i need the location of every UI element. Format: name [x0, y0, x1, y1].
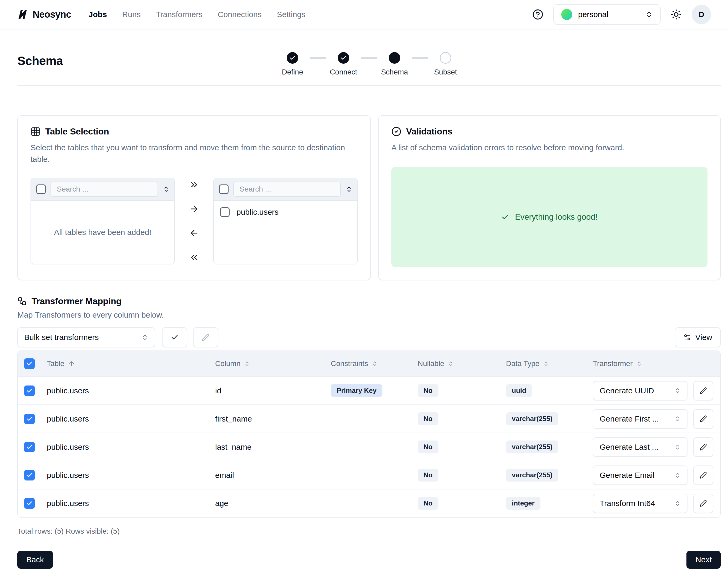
table-row: public.users id Primary Key No uuid Gene… [18, 376, 720, 405]
card-title: Table Selection [45, 126, 109, 137]
step-connector [412, 58, 428, 59]
table-row: public.users last_name No varchar(255) G… [18, 433, 720, 461]
table-row: public.users age No integer Transform In… [18, 489, 720, 517]
edit-transformer-button[interactable] [693, 409, 713, 429]
destination-tables-panel: public.users [213, 178, 358, 264]
cell-table-name: public.users [47, 415, 215, 423]
chevrons-up-down-icon [636, 361, 642, 366]
chevrons-up-down-icon [674, 500, 681, 506]
table-row: public.users first_name No varchar(255) … [18, 405, 720, 433]
chevrons-up-down-icon [543, 361, 549, 366]
row-checkbox[interactable] [24, 414, 35, 424]
table-footer-note: Total rows: (5) Rows visible: (5) [17, 527, 721, 536]
help-icon[interactable] [532, 9, 543, 20]
org-selector[interactable]: personal [553, 4, 661, 25]
apply-bulk-button[interactable] [162, 327, 187, 347]
destination-search-input[interactable] [233, 182, 341, 197]
transformer-mapping-table: Table Column Constraints Nullable [17, 350, 721, 518]
data-type-badge: varchar(255) [506, 412, 558, 425]
bulk-set-transformers-select[interactable]: Bulk set transformers [17, 327, 155, 347]
sliders-icon [683, 333, 691, 341]
chevrons-up-down-icon [674, 444, 681, 450]
transformer-select[interactable]: Generate First ... [593, 409, 688, 429]
chevrons-up-down-icon [645, 11, 653, 18]
nullable-badge: No [418, 412, 438, 425]
sort-chevrons-icon[interactable] [163, 186, 170, 193]
column-header-column[interactable]: Column [215, 359, 331, 368]
row-checkbox[interactable] [24, 385, 35, 396]
empty-source-message: All tables have been added! [54, 228, 151, 237]
nav-item-runs[interactable]: Runs [122, 10, 141, 19]
column-header-transformer[interactable]: Transformer [593, 359, 693, 368]
column-header-table[interactable]: Table [47, 359, 215, 368]
step-upcoming-icon [440, 52, 451, 64]
cell-column-name: email [215, 471, 331, 480]
column-header-data-type[interactable]: Data Type [506, 359, 593, 368]
data-type-badge: integer [506, 497, 541, 510]
transformer-select[interactable]: Generate Email [593, 465, 688, 485]
cell-table-name: public.users [47, 386, 215, 395]
step-complete-icon [338, 52, 349, 64]
cell-column-name: last_name [215, 443, 331, 452]
move-left-button[interactable] [189, 228, 199, 239]
org-selector-value: personal [578, 10, 608, 19]
edit-transformer-button[interactable] [693, 465, 713, 485]
edit-transformer-button[interactable] [693, 381, 713, 401]
nav-item-jobs[interactable]: Jobs [89, 10, 107, 19]
column-header-constraints[interactable]: Constraints [331, 359, 418, 368]
navbar-right: personal D [532, 4, 711, 25]
row-checkbox[interactable] [24, 442, 35, 452]
select-all-destination-checkbox[interactable] [219, 185, 229, 194]
section-description: Map Transformers to every column below. [17, 311, 721, 320]
page-content: Schema Define Connect Schema [0, 54, 728, 569]
section-title: Transformer Mapping [31, 296, 122, 306]
transformer-select[interactable]: Generate Last ... [593, 437, 688, 457]
row-checkbox[interactable] [24, 470, 35, 480]
transformer-select[interactable]: Generate UUID [593, 381, 688, 401]
move-right-button[interactable] [189, 203, 199, 214]
row-checkbox[interactable] [24, 498, 35, 508]
source-tables-panel: All tables have been added! [30, 178, 175, 264]
step-define: Define [275, 52, 310, 76]
cell-column-name: age [215, 499, 331, 508]
nav-item-connections[interactable]: Connections [218, 10, 262, 19]
edit-transformer-button[interactable] [693, 494, 713, 513]
card-description: Select the tables that you want to trans… [30, 142, 358, 165]
main-nav: Jobs Runs Transformers Connections Setti… [89, 10, 306, 19]
data-type-badge: varchar(255) [506, 441, 558, 453]
sort-chevrons-icon[interactable] [345, 186, 352, 193]
nav-item-settings[interactable]: Settings [277, 10, 305, 19]
view-options-button[interactable]: View [675, 327, 721, 347]
cell-table-name: public.users [47, 499, 215, 508]
org-avatar-gradient-icon [561, 9, 572, 20]
step-connector [310, 58, 326, 59]
nullable-badge: No [418, 497, 438, 510]
move-all-left-button[interactable] [189, 252, 199, 263]
back-button[interactable]: Back [17, 551, 53, 569]
step-complete-icon [287, 52, 298, 64]
nav-item-transformers[interactable]: Transformers [156, 10, 202, 19]
source-search-input[interactable] [50, 182, 158, 197]
chevrons-up-down-icon [244, 361, 250, 366]
next-button[interactable]: Next [687, 551, 721, 569]
user-avatar[interactable]: D [692, 5, 711, 24]
step-schema: Schema [377, 52, 412, 76]
theme-toggle-sun-icon[interactable] [671, 9, 682, 20]
step-subset: Subset [428, 52, 463, 76]
chevrons-up-down-icon [448, 361, 454, 366]
move-all-right-button[interactable] [189, 179, 199, 190]
column-header-nullable[interactable]: Nullable [418, 359, 506, 368]
select-all-source-checkbox[interactable] [36, 185, 46, 194]
cell-column-name: first_name [215, 415, 331, 423]
transformer-select[interactable]: Transform Int64 [593, 494, 688, 513]
edit-bulk-button[interactable] [193, 327, 218, 347]
select-all-rows-checkbox[interactable] [24, 358, 35, 369]
table-item-checkbox[interactable] [220, 207, 230, 217]
edit-transformer-button[interactable] [693, 437, 713, 457]
table-header-row: Table Column Constraints Nullable [18, 351, 720, 376]
validations-card: Validations A list of schema validation … [378, 115, 721, 280]
workflow-icon [17, 297, 27, 306]
brand[interactable]: Neosync [17, 9, 71, 20]
table-selection-card: Table Selection Select the tables that y… [17, 115, 371, 280]
destination-table-item[interactable]: public.users [214, 201, 357, 223]
